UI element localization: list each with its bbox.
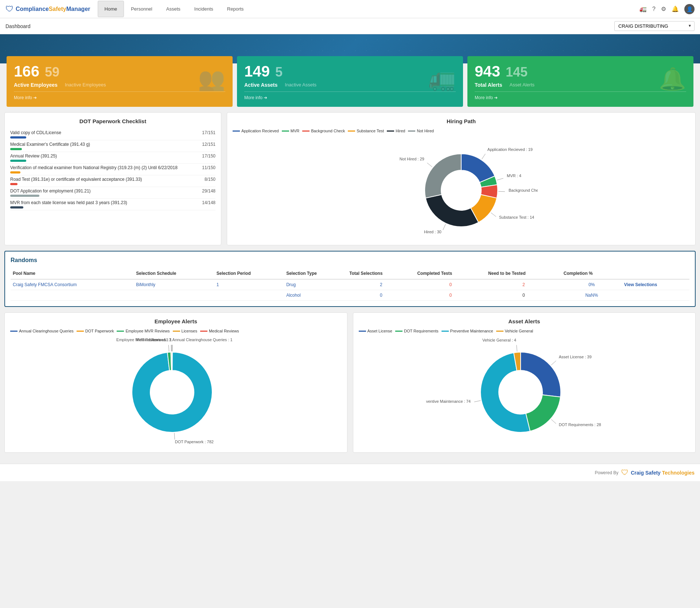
hiring-path-panel: Hiring Path Application RecievedMVRBackg… bbox=[227, 112, 696, 245]
subheader: Dashboard CRAIG DISTRIBUTING bbox=[0, 18, 700, 34]
view-selections-link[interactable]: View Selections bbox=[624, 282, 657, 287]
pool-name-link[interactable]: Craig Safety FMCSA Consortium bbox=[13, 282, 77, 287]
col-period: Selection Period bbox=[214, 268, 284, 279]
col-type: Selection Type bbox=[284, 268, 347, 279]
checklist-item-count: 8/150 bbox=[205, 177, 215, 182]
logo: 🛡 ComplianceSafetyManager bbox=[5, 4, 90, 14]
assets-more-info[interactable]: More info ➜ bbox=[244, 95, 267, 100]
legend-item: Background Check bbox=[302, 129, 345, 133]
gear-icon[interactable]: ⚙ bbox=[661, 5, 666, 12]
need-tested-value: 2 bbox=[522, 282, 525, 287]
donut-label: DOT Requirements : 28 bbox=[559, 422, 601, 427]
randoms-title: Randoms bbox=[11, 257, 689, 264]
checklist-progress-bar bbox=[10, 136, 26, 139]
user-icon[interactable]: 👤 bbox=[684, 4, 695, 14]
employee-alerts-title: Employee Alerts bbox=[10, 318, 342, 324]
donut-label: Hired : 30 bbox=[424, 230, 442, 234]
nav-reports[interactable]: Reports bbox=[220, 1, 251, 17]
cell-pool-name bbox=[11, 290, 134, 301]
active-employees-label: Active Employees bbox=[14, 82, 58, 88]
footer-logo-icon: 🛡 bbox=[621, 468, 629, 477]
cell-need-tested: 0 bbox=[486, 290, 561, 301]
donut-label-line bbox=[491, 213, 496, 217]
total-alerts-num: 943 bbox=[475, 63, 500, 80]
legend-label: Medical Reviews bbox=[209, 329, 239, 333]
cell-period: 1 bbox=[214, 279, 284, 290]
checklist-item: Medical Examiner's Certificate (391.43 g… bbox=[10, 140, 215, 152]
truck-icon[interactable]: 🚛 bbox=[639, 5, 647, 12]
logo-icon: 🛡 bbox=[5, 4, 13, 14]
hiring-path-title: Hiring Path bbox=[233, 118, 690, 124]
checklist-progress-bar bbox=[10, 183, 18, 185]
donut-label-line bbox=[474, 401, 481, 402]
legend-item: Hired bbox=[387, 129, 405, 133]
donut-label: Medical Reviews : 1 bbox=[136, 338, 172, 342]
total-alerts-label: Total Alerts bbox=[475, 82, 502, 88]
nav-personnel[interactable]: Personnel bbox=[124, 1, 159, 17]
bell-icon[interactable]: 🔔 bbox=[672, 5, 679, 12]
checklist-item-name: Verification of medical examiner from Na… bbox=[10, 165, 198, 170]
company-selector[interactable]: CRAIG DISTRIBUTING bbox=[614, 21, 695, 31]
assets-card: 149 5 Active Assets Inactive Assets 🚛 Mo… bbox=[237, 56, 463, 107]
donut-label-line bbox=[551, 419, 556, 424]
legend-item: Medical Reviews bbox=[200, 329, 239, 333]
legend-item: Employee MVR Reviews bbox=[117, 329, 170, 333]
nav-assets[interactable]: Assets bbox=[159, 1, 187, 17]
assets-icon: 🚛 bbox=[428, 66, 456, 92]
randoms-tbody: Craig Safety FMCSA Consortium BiMonthly … bbox=[11, 279, 689, 301]
logo-text: ComplianceSafetyManager bbox=[16, 6, 90, 12]
cell-pool-name: Craig Safety FMCSA Consortium bbox=[11, 279, 134, 290]
legend-item: Application Recieved bbox=[233, 129, 279, 133]
top-panels: DOT Paperwork Checklist Valid copy of CD… bbox=[4, 112, 696, 245]
main-content: DOT Paperwork Checklist Valid copy of CD… bbox=[0, 107, 700, 464]
legend-label: Employee MVR Reviews bbox=[125, 329, 170, 333]
employee-alerts-donut-wrapper: Annual Clearinghouse Queries : 1DOT Pape… bbox=[10, 338, 342, 447]
randoms-panel: Randoms Pool Name Selection Schedule Sel… bbox=[4, 251, 696, 307]
cell-type: Alcohol bbox=[284, 290, 347, 301]
donut-label: MVR : 4 bbox=[507, 174, 521, 178]
help-icon[interactable]: ? bbox=[652, 6, 656, 12]
checklist-item-name: DOT Application for employment (391.21) bbox=[10, 188, 198, 194]
donut-label: DOT Paperwork : 782 bbox=[175, 440, 214, 444]
checklist-item: Annual Review (391.25) 17/150 bbox=[10, 152, 215, 164]
donut-segment bbox=[521, 352, 561, 397]
stats-row: 166 59 Active Employees Inactive Employe… bbox=[0, 56, 700, 107]
col-total: Total Selections bbox=[347, 268, 415, 279]
need-tested-value: 0 bbox=[522, 293, 525, 298]
cell-need-tested: 2 bbox=[486, 279, 561, 290]
asset-alerts-num: 145 bbox=[506, 65, 528, 80]
checklist-item: Road Test (391.31e) or certificate of eq… bbox=[10, 175, 215, 187]
total-value: 0 bbox=[380, 293, 382, 298]
footer: Powered By 🛡 Craig Safety Technologies bbox=[0, 464, 700, 481]
legend-item: Asset License bbox=[359, 329, 392, 333]
checklist-progress-bar bbox=[10, 195, 39, 197]
inactive-assets-num: 5 bbox=[275, 65, 283, 80]
donut-label-line bbox=[482, 154, 485, 159]
header: 🛡 ComplianceSafetyManager Home Personnel… bbox=[0, 0, 700, 18]
donut-label-line bbox=[497, 178, 503, 180]
asset-alerts-title: Asset Alerts bbox=[359, 318, 690, 324]
nav-incidents[interactable]: Incidents bbox=[187, 1, 220, 17]
donut-label: Not Hired : 29 bbox=[400, 157, 424, 161]
inactive-employees-label: Inactive Employees bbox=[65, 82, 106, 88]
checklist-item-name: Annual Review (391.25) bbox=[10, 153, 198, 159]
cell-schedule: BiMonthly bbox=[134, 279, 214, 290]
alerts-more-info[interactable]: More info ➜ bbox=[475, 95, 498, 100]
donut-label-line bbox=[174, 433, 175, 440]
legend-item: DOT Requirements bbox=[395, 329, 439, 333]
donut-segment bbox=[425, 195, 478, 227]
randoms-header-row: Pool Name Selection Schedule Selection P… bbox=[11, 268, 689, 279]
alerts-icon: 🔔 bbox=[659, 66, 686, 92]
col-completed: Completed Tests bbox=[415, 268, 486, 279]
nav-home[interactable]: Home bbox=[98, 1, 124, 17]
checklist-item: Valid copy of CDL/License 17/151 bbox=[10, 129, 215, 140]
employees-more-info[interactable]: More info ➜ bbox=[14, 95, 37, 100]
legend-label: Vehicle General bbox=[505, 329, 533, 333]
legend-item: Preventive Maintenance bbox=[442, 329, 493, 333]
donut-label-line bbox=[427, 163, 432, 167]
employees-card: 166 59 Active Employees Inactive Employe… bbox=[7, 56, 233, 107]
inactive-employees-num: 59 bbox=[45, 65, 59, 80]
donut-label: Application Recieved : 19 bbox=[487, 147, 533, 152]
asset-alerts-donut-wrapper: Asset License : 39DOT Requirements : 28P… bbox=[359, 338, 690, 447]
hiring-donut-chart: Application Recieved : 19MVR : 4Backgrou… bbox=[385, 137, 538, 239]
